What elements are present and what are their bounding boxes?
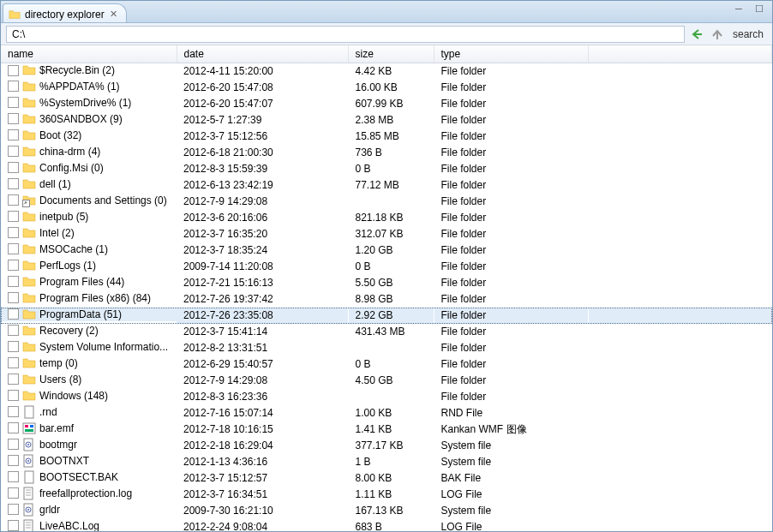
file-size: 683 B [348,519,434,532]
table-row[interactable]: inetpub (5)2012-3-6 20:16:06821.18 KBFil… [1,210,772,226]
file-type: File folder [434,389,588,405]
folder-icon [9,9,21,21]
file-date: 2012-6-29 15:40:57 [177,356,348,373]
file-size: 607.99 KB [348,96,434,112]
table-row[interactable]: bootmgr2012-2-18 16:29:04377.17 KBSystem… [1,438,772,454]
table-row[interactable]: grldr2009-7-30 16:21:10167.13 KBSystem f… [1,503,772,519]
table-row[interactable]: Users (8)2012-7-9 14:29:084.50 GBFile fo… [1,373,772,389]
row-checkbox[interactable] [8,422,19,433]
file-size: 1.11 KB [348,487,434,503]
table-row[interactable]: Windows (148)2012-8-3 16:23:36File folde… [1,389,772,405]
search-link[interactable]: search [729,28,767,40]
row-checkbox[interactable] [8,292,19,303]
file-date: 2012-7-9 14:29:08 [177,194,348,210]
table-row[interactable]: Boot (32)2012-3-7 15:12:5615.85 MBFile f… [1,129,772,145]
table-row[interactable]: ProgramData (51)2012-7-26 23:35:082.92 G… [1,308,772,324]
table-row[interactable]: System Volume Informatio...2012-8-2 13:3… [1,340,772,356]
file-date: 2012-3-7 16:34:51 [177,487,348,503]
table-row[interactable]: temp (0)2012-6-29 15:40:570 BFile folder [1,356,772,373]
file-date: 2012-6-13 23:42:19 [177,177,348,194]
row-checkbox[interactable] [8,276,19,287]
table-row[interactable]: .rnd2012-7-16 15:07:141.00 KBRND File [1,405,772,421]
file-size: 167.13 KB [348,503,434,519]
table-row[interactable]: Config.Msi (0)2012-8-3 15:59:390 BFile f… [1,161,772,177]
maximize-button[interactable]: ☐ [752,3,767,15]
close-tab-icon[interactable]: ✕ [109,9,119,20]
col-size[interactable]: size [348,45,434,63]
row-checkbox[interactable] [8,439,19,450]
table-row[interactable]: freefallprotection.log2012-3-7 16:34:511… [1,487,772,503]
row-checkbox[interactable] [8,194,19,206]
row-checkbox[interactable] [8,211,19,222]
path-input[interactable] [6,26,685,43]
file-size: 15.85 MB [348,129,434,145]
file-type: System file [434,454,588,470]
table-row[interactable]: 360SANDBOX (9)2012-5-7 1:27:392.38 MBFil… [1,112,772,129]
col-date[interactable]: date [177,45,348,63]
svg-rect-19 [24,520,33,532]
file-type: File folder [434,210,588,226]
row-checkbox[interactable] [8,129,19,140]
row-checkbox[interactable] [8,357,19,368]
shortcut-icon [22,194,36,207]
row-checkbox[interactable] [8,227,19,238]
row-checkbox[interactable] [8,341,19,352]
file-type: File folder [434,161,588,177]
row-checkbox[interactable] [8,374,19,385]
table-row[interactable]: MSOCache (1)2012-3-7 18:35:241.20 GBFile… [1,242,772,259]
table-row[interactable]: Documents and Settings (0)2012-7-9 14:29… [1,194,772,210]
up-button[interactable] [709,26,726,43]
tab-directory-explorer[interactable]: directory explorer ✕ [3,3,127,22]
table-row[interactable]: Recovery (2)2012-3-7 15:41:14431.43 MBFi… [1,324,772,340]
table-row[interactable]: BOOTNXT2012-1-13 4:36:161 BSystem file [1,454,772,470]
row-checkbox[interactable] [8,260,19,271]
file-size: 2.92 GB [348,308,434,324]
row-checkbox[interactable] [8,162,19,173]
file-size: 8.98 GB [348,291,434,308]
file-name: BOOTNXT [39,455,89,467]
table-row[interactable]: Program Files (x86) (84)2012-7-26 19:37:… [1,291,772,308]
table-row[interactable]: %APPDATA% (1)2012-6-20 15:47:0816.00 KBF… [1,80,772,96]
row-checkbox[interactable] [8,178,19,189]
table-row[interactable]: %SystemDrive% (1)2012-6-20 15:47:07607.9… [1,96,772,112]
row-checkbox[interactable] [8,308,19,320]
col-type[interactable]: type [434,45,588,63]
table-row[interactable]: LiveABC.Log2012-2-24 9:08:04683 BLOG Fil… [1,519,772,532]
row-checkbox[interactable] [8,243,19,254]
file-size: 377.17 KB [348,438,434,454]
folder-icon [22,291,36,305]
file-name: Recovery (2) [39,325,99,337]
col-name[interactable]: name [1,45,177,63]
back-button[interactable] [688,26,705,43]
table-row[interactable]: bar.emf2012-7-18 10:16:151.41 KBKankan W… [1,421,772,438]
row-checkbox[interactable] [8,65,19,76]
file-type: File folder [434,80,588,96]
row-checkbox[interactable] [8,325,19,336]
row-checkbox[interactable] [8,390,19,401]
row-checkbox[interactable] [8,487,19,499]
table-row[interactable]: china-drm (4)2012-6-18 21:00:30736 BFile… [1,145,772,161]
file-listing-scroll[interactable]: name date size type $Recycle.Bin (2)2012… [1,45,772,531]
row-checkbox[interactable] [8,504,19,515]
sys-icon [22,438,36,451]
row-checkbox[interactable] [8,471,19,482]
row-checkbox[interactable] [8,81,19,92]
file-icon [22,405,36,419]
row-checkbox[interactable] [8,146,19,157]
table-row[interactable]: PerfLogs (1)2009-7-14 11:20:080 BFile fo… [1,259,772,275]
table-row[interactable]: $Recycle.Bin (2)2012-4-11 15:20:004.42 K… [1,63,772,80]
file-size: 312.07 KB [348,226,434,242]
table-row[interactable]: dell (1)2012-6-13 23:42:1977.12 MBFile f… [1,177,772,194]
minimize-button[interactable]: ─ [731,3,746,15]
table-row[interactable]: BOOTSECT.BAK2012-3-7 15:12:578.00 KBBAK … [1,470,772,487]
row-checkbox[interactable] [8,406,19,417]
row-checkbox[interactable] [8,455,19,466]
file-name: .rnd [39,406,57,418]
file-size: 4.42 KB [348,63,434,80]
table-row[interactable]: Intel (2)2012-3-7 16:35:20312.07 KBFile … [1,226,772,242]
table-row[interactable]: Program Files (44)2012-7-21 15:16:135.50… [1,275,772,291]
folder-icon [22,275,36,289]
row-checkbox[interactable] [8,97,19,108]
row-checkbox[interactable] [8,520,19,531]
row-checkbox[interactable] [8,113,19,124]
